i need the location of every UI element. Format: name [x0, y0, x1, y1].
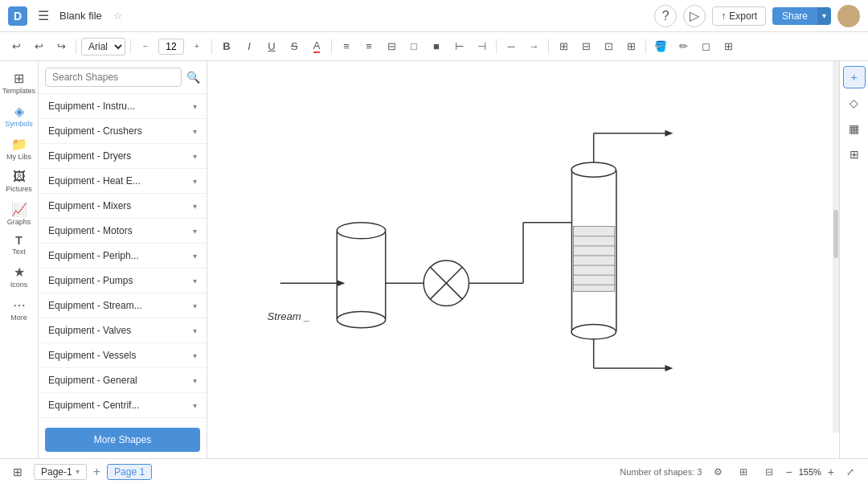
grid-view-button[interactable]: ⊞ — [843, 143, 866, 166]
view-mode-button[interactable]: ⊞ — [734, 462, 753, 482]
toolbar-sep-3 — [211, 39, 212, 54]
chevron-down-icon: ▾ — [193, 376, 197, 385]
zoom-out-button[interactable]: − — [785, 466, 792, 478]
share-dropdown-button[interactable]: ▾ — [817, 7, 831, 25]
table-view-button[interactable]: ▦ — [843, 117, 866, 140]
search-icon: 🔍 — [186, 71, 200, 84]
sidebar-item-mylibs[interactable]: 📁 My Libs — [3, 133, 35, 165]
page-tab-inactive[interactable]: Page-1 ▾ — [34, 464, 87, 480]
shape-list-item[interactable]: Equipment - Vessels▾ — [39, 343, 207, 368]
export-button[interactable]: ↑ Export — [712, 6, 766, 26]
sidebar-item-symbols[interactable]: ◈ Symbols — [3, 100, 35, 132]
text-color-button[interactable]: A — [307, 37, 326, 56]
table-btn[interactable]: ⊟ — [576, 37, 596, 56]
connector-button[interactable]: ⊢ — [449, 37, 469, 56]
list-button[interactable]: ⊟ — [382, 37, 401, 56]
fill-color[interactable]: ◻ — [696, 37, 715, 56]
sidebar-item-graphs[interactable]: 📈 Graphs — [3, 199, 35, 230]
templates-label: Templates — [2, 88, 35, 96]
extra-shapes[interactable]: ⊞ — [719, 37, 738, 56]
shape-list-item[interactable]: Equipment - General▾ — [39, 368, 207, 393]
page-tab-active[interactable]: Page 1 — [107, 464, 152, 480]
layout-button[interactable]: ⊟ — [760, 462, 779, 482]
page-settings-button[interactable]: ⊞ — [8, 462, 27, 482]
settings-icon-button[interactable]: ⚙ — [708, 462, 727, 482]
chevron-down-icon: ▾ — [193, 127, 197, 136]
play-button[interactable]: ▷ — [683, 5, 706, 27]
user-avatar[interactable] — [837, 5, 860, 27]
line-end-button[interactable]: → — [524, 37, 543, 56]
paint-bucket[interactable]: 🪣 — [651, 37, 670, 56]
shape-list-item[interactable]: Equipment - Mixers▾ — [39, 194, 207, 219]
undo-button-2[interactable]: ↩ — [29, 37, 48, 56]
symbols-label: Symbols — [5, 121, 33, 129]
text-icon: T — [15, 234, 23, 247]
shape-list-item[interactable]: Equipment - Periph...▾ — [39, 244, 207, 269]
redo-button[interactable]: ↪ — [51, 37, 71, 56]
shape-properties-button[interactable]: ◇ — [843, 92, 866, 114]
search-area: 🔍 — [39, 61, 207, 94]
symbols-icon: ◈ — [14, 104, 24, 119]
pictures-icon: 🖼 — [13, 170, 26, 184]
zoom-in-button[interactable]: + — [828, 466, 834, 478]
shape-outline-button[interactable]: □ — [404, 37, 424, 56]
undo-button[interactable]: ↩ — [6, 37, 26, 56]
sidebar-item-more[interactable]: ⋯ More — [3, 294, 35, 326]
connector-type-button[interactable]: ⊣ — [472, 37, 491, 56]
italic-button[interactable]: I — [240, 37, 259, 56]
chevron-down-icon: ▾ — [193, 351, 197, 360]
align-center-button[interactable]: ≡ — [359, 37, 379, 56]
bold-button[interactable]: B — [217, 37, 236, 56]
shape-list-item[interactable]: Equipment - Compr...▾ — [39, 418, 207, 421]
shape-list-item[interactable]: Equipment - Dryers▾ — [39, 144, 207, 169]
align-button[interactable]: ≡ — [337, 37, 356, 56]
shape-list-item[interactable]: Equipment - Motors▾ — [39, 219, 207, 244]
chevron-down-icon: ▾ — [193, 277, 197, 285]
star-button[interactable]: ☆ — [108, 6, 128, 26]
chevron-down-icon: ▾ — [193, 202, 197, 211]
scroll-bar[interactable] — [833, 61, 839, 433]
chevron-down-icon: ▾ — [193, 102, 197, 111]
shape-list-item[interactable]: Equipment - Stream...▾ — [39, 293, 207, 318]
sidebar-item-icons[interactable]: ★ Icons — [3, 261, 35, 293]
shape-list-item[interactable]: Equipment - Pumps▾ — [39, 269, 207, 293]
font-size-minus[interactable]: − — [136, 37, 155, 56]
sidebar-item-templates[interactable]: ⊞ Templates — [3, 68, 35, 99]
strikethrough-button[interactable]: S — [285, 37, 304, 56]
font-size-input[interactable] — [158, 39, 184, 55]
extra-btn[interactable]: ⊡ — [599, 37, 618, 56]
add-page-button[interactable]: + — [93, 465, 100, 479]
help-button[interactable]: ? — [654, 5, 677, 27]
shape-list: Equipment - Instru...▾Equipment - Crushe… — [39, 94, 207, 421]
line-style-button[interactable]: ─ — [502, 37, 521, 56]
shape-list-item[interactable]: Equipment - Instru...▾ — [39, 94, 207, 119]
more-shapes-button[interactable]: More Shapes — [45, 428, 200, 452]
fit-to-screen-button[interactable]: ⤢ — [841, 462, 860, 482]
align-distribute[interactable]: ⊞ — [621, 37, 641, 56]
font-size-plus[interactable]: + — [187, 37, 207, 56]
icons-icon: ★ — [14, 265, 25, 280]
search-input[interactable] — [45, 68, 182, 87]
more-icon: ⋯ — [13, 297, 26, 313]
pen-tool[interactable]: ✏ — [674, 37, 693, 56]
shape-list-item[interactable]: Equipment - Centrif...▾ — [39, 393, 207, 418]
shape-list-item[interactable]: Equipment - Valves▾ — [39, 318, 207, 343]
scroll-thumb — [833, 210, 838, 258]
chevron-down-icon: ▾ — [193, 301, 197, 310]
hamburger-button[interactable]: ☰ — [34, 6, 53, 26]
sidebar-item-pictures[interactable]: 🖼 Pictures — [3, 166, 35, 197]
icons-label: Icons — [10, 281, 28, 289]
add-element-button[interactable]: + — [843, 66, 866, 88]
shape-list-item[interactable]: Equipment - Crushers▾ — [39, 119, 207, 144]
canvas-area[interactable]: Stream _ — [207, 61, 839, 458]
underline-button[interactable]: U — [262, 37, 281, 56]
share-button[interactable]: Share — [772, 7, 817, 25]
sidebar-item-text[interactable]: T Text — [3, 231, 35, 260]
shape-fill-button[interactable]: ■ — [427, 37, 446, 56]
pictures-label: Pictures — [6, 186, 32, 194]
font-selector[interactable]: Arial — [81, 38, 125, 55]
mylibs-label: My Libs — [6, 154, 31, 162]
group-button[interactable]: ⊞ — [554, 37, 573, 56]
shape-list-item[interactable]: Equipment - Heat E...▾ — [39, 169, 207, 194]
bottom-bar: ⊞ Page-1 ▾ + Page 1 Number of shapes: 3 … — [0, 458, 868, 484]
